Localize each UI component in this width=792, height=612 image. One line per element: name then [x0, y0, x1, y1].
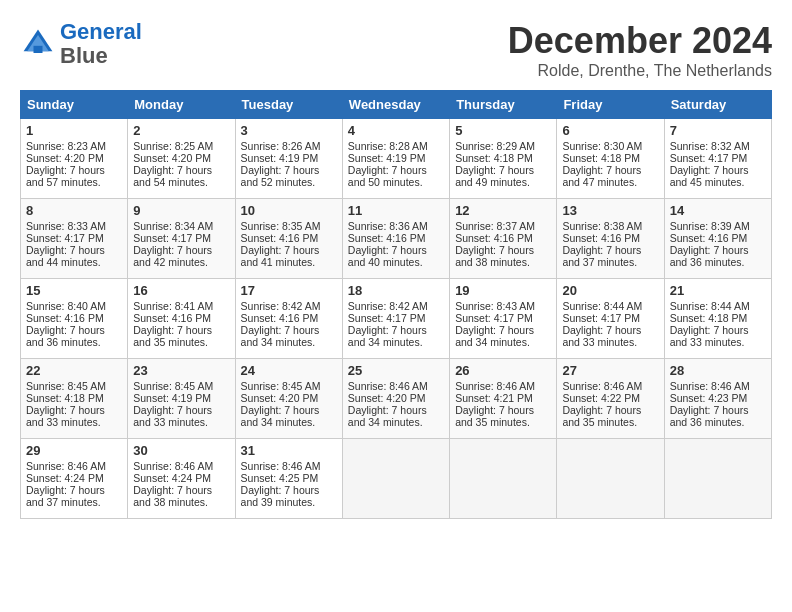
- day-number: 5: [455, 123, 551, 138]
- daylight-label: Daylight: 7 hours and 44 minutes.: [26, 244, 105, 268]
- calendar-header-row: SundayMondayTuesdayWednesdayThursdayFrid…: [21, 91, 772, 119]
- calendar-cell: 23Sunrise: 8:45 AMSunset: 4:19 PMDayligh…: [128, 359, 235, 439]
- day-number: 22: [26, 363, 122, 378]
- sunrise: Sunrise: 8:46 AM: [562, 380, 642, 392]
- sunset: Sunset: 4:16 PM: [133, 312, 211, 324]
- logo-text: GeneralBlue: [60, 20, 142, 68]
- sunset: Sunset: 4:17 PM: [670, 152, 748, 164]
- day-number: 25: [348, 363, 444, 378]
- day-number: 9: [133, 203, 229, 218]
- day-number: 10: [241, 203, 337, 218]
- calendar-cell: 18Sunrise: 8:42 AMSunset: 4:17 PMDayligh…: [342, 279, 449, 359]
- day-number: 23: [133, 363, 229, 378]
- daylight-label: Daylight: 7 hours and 34 minutes.: [241, 324, 320, 348]
- day-number: 29: [26, 443, 122, 458]
- daylight-label: Daylight: 7 hours and 34 minutes.: [348, 404, 427, 428]
- sunset: Sunset: 4:19 PM: [133, 392, 211, 404]
- sunrise: Sunrise: 8:28 AM: [348, 140, 428, 152]
- calendar-cell: [664, 439, 771, 519]
- calendar-table: SundayMondayTuesdayWednesdayThursdayFrid…: [20, 90, 772, 519]
- daylight-label: Daylight: 7 hours and 41 minutes.: [241, 244, 320, 268]
- calendar-cell: 8Sunrise: 8:33 AMSunset: 4:17 PMDaylight…: [21, 199, 128, 279]
- day-number: 21: [670, 283, 766, 298]
- sunrise: Sunrise: 8:34 AM: [133, 220, 213, 232]
- daylight-label: Daylight: 7 hours and 35 minutes.: [133, 324, 212, 348]
- calendar-cell: 5Sunrise: 8:29 AMSunset: 4:18 PMDaylight…: [450, 119, 557, 199]
- sunrise: Sunrise: 8:36 AM: [348, 220, 428, 232]
- daylight-label: Daylight: 7 hours and 52 minutes.: [241, 164, 320, 188]
- title-block: December 2024 Rolde, Drenthe, The Nether…: [508, 20, 772, 80]
- sunrise: Sunrise: 8:26 AM: [241, 140, 321, 152]
- calendar-cell: 3Sunrise: 8:26 AMSunset: 4:19 PMDaylight…: [235, 119, 342, 199]
- sunset: Sunset: 4:24 PM: [26, 472, 104, 484]
- daylight-label: Daylight: 7 hours and 33 minutes.: [562, 324, 641, 348]
- day-number: 4: [348, 123, 444, 138]
- day-number: 17: [241, 283, 337, 298]
- header-monday: Monday: [128, 91, 235, 119]
- header-wednesday: Wednesday: [342, 91, 449, 119]
- logo: GeneralBlue: [20, 20, 142, 68]
- sunset: Sunset: 4:24 PM: [133, 472, 211, 484]
- calendar-cell: [342, 439, 449, 519]
- sunset: Sunset: 4:19 PM: [348, 152, 426, 164]
- week-row-3: 15Sunrise: 8:40 AMSunset: 4:16 PMDayligh…: [21, 279, 772, 359]
- location: Rolde, Drenthe, The Netherlands: [508, 62, 772, 80]
- daylight-label: Daylight: 7 hours and 34 minutes.: [455, 324, 534, 348]
- sunrise: Sunrise: 8:46 AM: [133, 460, 213, 472]
- daylight-label: Daylight: 7 hours and 33 minutes.: [670, 324, 749, 348]
- sunset: Sunset: 4:16 PM: [455, 232, 533, 244]
- day-number: 11: [348, 203, 444, 218]
- day-number: 30: [133, 443, 229, 458]
- calendar-cell: 25Sunrise: 8:46 AMSunset: 4:20 PMDayligh…: [342, 359, 449, 439]
- sunrise: Sunrise: 8:46 AM: [455, 380, 535, 392]
- daylight-label: Daylight: 7 hours and 47 minutes.: [562, 164, 641, 188]
- sunrise: Sunrise: 8:30 AM: [562, 140, 642, 152]
- header-thursday: Thursday: [450, 91, 557, 119]
- calendar-cell: 24Sunrise: 8:45 AMSunset: 4:20 PMDayligh…: [235, 359, 342, 439]
- daylight-label: Daylight: 7 hours and 49 minutes.: [455, 164, 534, 188]
- sunset: Sunset: 4:20 PM: [133, 152, 211, 164]
- logo-icon: [20, 26, 56, 62]
- header-friday: Friday: [557, 91, 664, 119]
- sunset: Sunset: 4:16 PM: [26, 312, 104, 324]
- sunrise: Sunrise: 8:46 AM: [26, 460, 106, 472]
- calendar-cell: 19Sunrise: 8:43 AMSunset: 4:17 PMDayligh…: [450, 279, 557, 359]
- daylight-label: Daylight: 7 hours and 50 minutes.: [348, 164, 427, 188]
- sunrise: Sunrise: 8:45 AM: [241, 380, 321, 392]
- daylight-label: Daylight: 7 hours and 40 minutes.: [348, 244, 427, 268]
- sunset: Sunset: 4:20 PM: [348, 392, 426, 404]
- daylight-label: Daylight: 7 hours and 36 minutes.: [670, 244, 749, 268]
- sunrise: Sunrise: 8:32 AM: [670, 140, 750, 152]
- sunrise: Sunrise: 8:45 AM: [133, 380, 213, 392]
- week-row-1: 1Sunrise: 8:23 AMSunset: 4:20 PMDaylight…: [21, 119, 772, 199]
- week-row-4: 22Sunrise: 8:45 AMSunset: 4:18 PMDayligh…: [21, 359, 772, 439]
- sunset: Sunset: 4:16 PM: [670, 232, 748, 244]
- day-number: 16: [133, 283, 229, 298]
- sunset: Sunset: 4:20 PM: [26, 152, 104, 164]
- sunset: Sunset: 4:18 PM: [455, 152, 533, 164]
- daylight-label: Daylight: 7 hours and 33 minutes.: [26, 404, 105, 428]
- calendar-cell: 22Sunrise: 8:45 AMSunset: 4:18 PMDayligh…: [21, 359, 128, 439]
- daylight-label: Daylight: 7 hours and 38 minutes.: [455, 244, 534, 268]
- sunrise: Sunrise: 8:38 AM: [562, 220, 642, 232]
- header-tuesday: Tuesday: [235, 91, 342, 119]
- calendar-cell: 14Sunrise: 8:39 AMSunset: 4:16 PMDayligh…: [664, 199, 771, 279]
- sunset: Sunset: 4:16 PM: [241, 312, 319, 324]
- calendar-cell: 28Sunrise: 8:46 AMSunset: 4:23 PMDayligh…: [664, 359, 771, 439]
- sunrise: Sunrise: 8:46 AM: [670, 380, 750, 392]
- sunrise: Sunrise: 8:33 AM: [26, 220, 106, 232]
- calendar-cell: 9Sunrise: 8:34 AMSunset: 4:17 PMDaylight…: [128, 199, 235, 279]
- sunrise: Sunrise: 8:23 AM: [26, 140, 106, 152]
- sunset: Sunset: 4:16 PM: [348, 232, 426, 244]
- sunrise: Sunrise: 8:35 AM: [241, 220, 321, 232]
- sunset: Sunset: 4:18 PM: [562, 152, 640, 164]
- header-saturday: Saturday: [664, 91, 771, 119]
- calendar-cell: 11Sunrise: 8:36 AMSunset: 4:16 PMDayligh…: [342, 199, 449, 279]
- sunset: Sunset: 4:16 PM: [241, 232, 319, 244]
- day-number: 3: [241, 123, 337, 138]
- day-number: 18: [348, 283, 444, 298]
- sunset: Sunset: 4:23 PM: [670, 392, 748, 404]
- calendar-cell: 12Sunrise: 8:37 AMSunset: 4:16 PMDayligh…: [450, 199, 557, 279]
- daylight-label: Daylight: 7 hours and 36 minutes.: [670, 404, 749, 428]
- day-number: 6: [562, 123, 658, 138]
